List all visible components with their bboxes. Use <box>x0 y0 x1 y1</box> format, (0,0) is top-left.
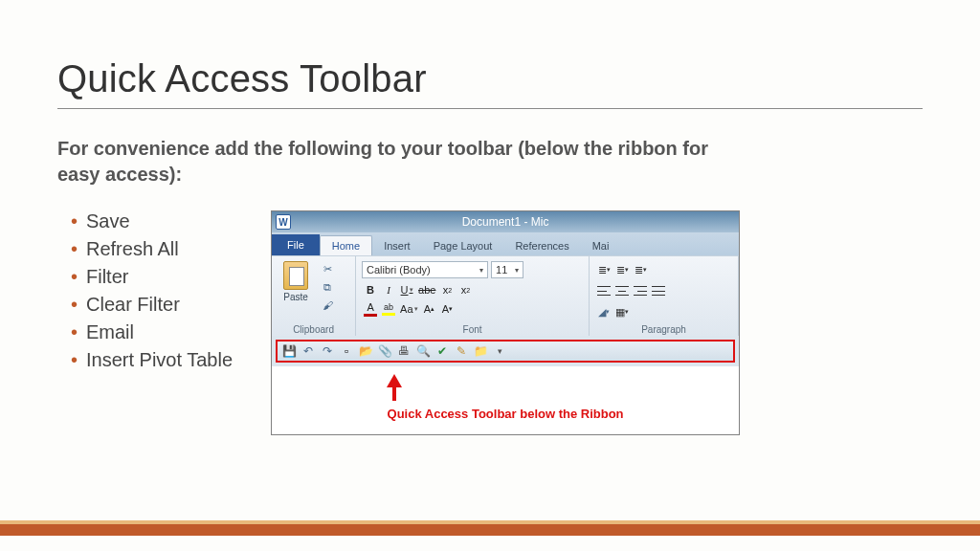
word-titlebar: W Document1 - Mic <box>272 211 739 232</box>
slide-title: Quick Access Toolbar <box>57 57 923 109</box>
multilevel-button[interactable]: ≣▾ <box>632 261 649 278</box>
bullet-list: Save Refresh All Filter Clear Filter Ema… <box>57 210 233 377</box>
cut-icon[interactable]: ✂ <box>319 261 336 276</box>
format-painter-icon[interactable]: 🖌 <box>319 298 336 313</box>
font-label: Font <box>360 322 585 335</box>
folder-icon[interactable]: 📁 <box>473 343 488 359</box>
arrow-stem <box>392 387 396 401</box>
borders-button[interactable]: ▦▾ <box>613 303 631 320</box>
bullet-item: Clear Filter <box>71 294 233 316</box>
paste-label: Paste <box>283 292 308 302</box>
font-size-select[interactable]: 11 ▾ <box>491 261 523 278</box>
group-paragraph: ≣▾ ≣▾ ≣▾ ◢▾ ▦▾ <box>590 256 739 336</box>
superscript-button[interactable]: x2 <box>457 281 474 298</box>
edit-icon[interactable]: ✎ <box>454 343 469 359</box>
open-icon[interactable]: 📂 <box>358 343 373 359</box>
bullet-item: Insert Pivot Table <box>71 349 233 371</box>
content-row: Save Refresh All Filter Clear Filter Ema… <box>57 210 923 435</box>
clipboard-label: Clipboard <box>276 322 351 335</box>
copy-icon[interactable]: ⧉ <box>319 279 336 295</box>
group-font: Calibri (Body) ▾ 11 ▾ B I U▾ <box>356 256 590 336</box>
chevron-down-icon: ▾ <box>479 266 483 275</box>
chevron-down-icon: ▾ <box>515 266 519 275</box>
bullet-item: Save <box>71 210 233 232</box>
font-color-button[interactable]: A <box>362 300 379 318</box>
tab-home[interactable]: Home <box>320 235 372 255</box>
bullet-item: Filter <box>71 266 233 288</box>
word-screenshot: W Document1 - Mic File Home Insert Page … <box>271 210 740 435</box>
grow-font-button[interactable]: A▴ <box>421 300 438 318</box>
arrow-icon <box>387 374 402 387</box>
paste-icon <box>283 261 308 290</box>
bullets-button[interactable]: ≣▾ <box>595 261 612 278</box>
tab-page-layout[interactable]: Page Layout <box>422 236 504 255</box>
paragraph-label: Paragraph <box>593 322 734 335</box>
new-icon[interactable]: ▫ <box>339 343 354 359</box>
font-name-value: Calibri (Body) <box>367 264 431 276</box>
italic-button[interactable]: I <box>380 281 397 298</box>
tab-mailings[interactable]: Mai <box>581 236 621 255</box>
ribbon-body: Paste ✂ ⧉ 🖌 Clipboard C <box>272 255 739 336</box>
intro-text: For convenience add the following to you… <box>57 136 746 187</box>
tab-file[interactable]: File <box>272 234 320 255</box>
align-left-button[interactable] <box>595 282 612 299</box>
ribbon-tabs: File Home Insert Page Layout References … <box>272 232 739 255</box>
font-name-select[interactable]: Calibri (Body) ▾ <box>362 261 488 278</box>
font-size-value: 11 <box>496 264 507 276</box>
tab-references[interactable]: References <box>503 236 580 255</box>
redo-icon[interactable]: ↷ <box>320 343 335 359</box>
paste-button[interactable]: Paste <box>276 259 316 313</box>
document-title: Document1 - Mic <box>462 215 549 229</box>
spellcheck-icon[interactable]: ✔ <box>434 343 450 359</box>
change-case-button[interactable]: Aa▾ <box>398 300 419 318</box>
numbering-button[interactable]: ≣▾ <box>613 261 631 278</box>
bullet-item: Email <box>71 321 233 343</box>
underline-button[interactable]: U▾ <box>398 281 415 298</box>
align-center-button[interactable] <box>613 282 631 299</box>
highlight-button[interactable]: ab <box>380 300 397 318</box>
bold-button[interactable]: B <box>362 281 379 298</box>
word-app-icon: W <box>276 214 291 230</box>
quick-access-toolbar: 💾 ↶ ↷ ▫ 📂 📎 🖶 🔍 ✔ ✎ 📁 ▾ <box>276 340 735 363</box>
justify-button[interactable] <box>650 282 667 299</box>
strikethrough-button[interactable]: abe <box>416 281 437 298</box>
save-icon[interactable]: 💾 <box>281 343 297 359</box>
footer-accent-bar <box>0 520 980 536</box>
qat-caption: Quick Access Toolbar below the Ribbon <box>272 407 739 421</box>
tab-insert[interactable]: Insert <box>372 236 422 255</box>
customize-qat-icon[interactable]: ▾ <box>492 343 507 359</box>
slide: Quick Access Toolbar For convenience add… <box>0 0 980 551</box>
shading-button[interactable]: ◢▾ <box>595 303 612 320</box>
print-icon[interactable]: 🖶 <box>396 343 412 359</box>
attach-icon[interactable]: 📎 <box>377 343 392 359</box>
shrink-font-button[interactable]: A▾ <box>439 300 457 318</box>
subscript-button[interactable]: x2 <box>438 281 456 298</box>
undo-icon[interactable]: ↶ <box>301 343 316 359</box>
bullet-item: Refresh All <box>71 238 233 260</box>
preview-icon[interactable]: 🔍 <box>415 343 431 359</box>
document-area: Quick Access Toolbar below the Ribbon <box>272 366 739 434</box>
align-right-button[interactable] <box>632 282 649 299</box>
group-clipboard: Paste ✂ ⧉ 🖌 Clipboard <box>272 256 356 336</box>
